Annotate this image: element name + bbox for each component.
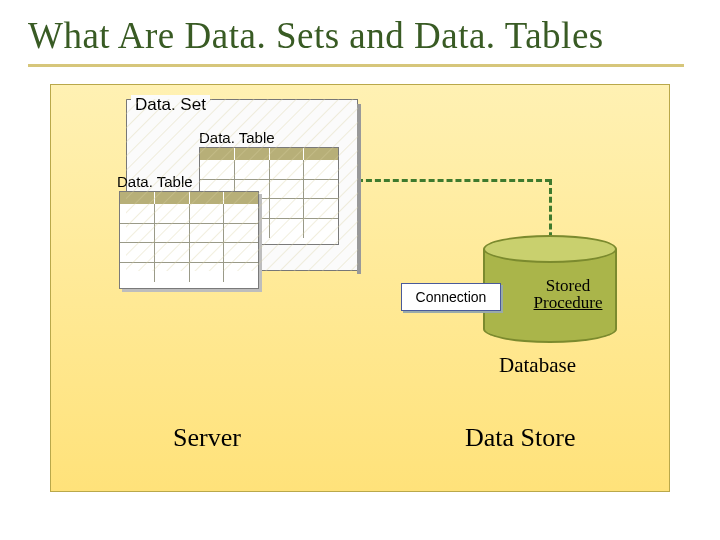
datatable-grid-front — [119, 191, 259, 289]
database-label: Database — [499, 353, 576, 378]
diagram-panel: Data. Table Data. Table Data. Set Connec… — [50, 84, 670, 492]
title-underline — [28, 64, 684, 67]
datatable-label-front: Data. Table — [117, 173, 193, 190]
page-title: What Are Data. Sets and Data. Tables — [28, 14, 604, 57]
connection-box: Connection — [401, 283, 501, 311]
server-label: Server — [173, 423, 241, 453]
connector-horizontal — [357, 179, 551, 182]
data-store-label: Data Store — [465, 423, 575, 453]
stored-procedure-label: Stored Procedure — [523, 277, 613, 311]
datatable-label-back: Data. Table — [199, 129, 275, 146]
stored-procedure-line1: Stored — [523, 277, 613, 294]
stored-procedure-line2: Procedure — [523, 294, 613, 311]
dataset-label: Data. Set — [131, 95, 210, 115]
